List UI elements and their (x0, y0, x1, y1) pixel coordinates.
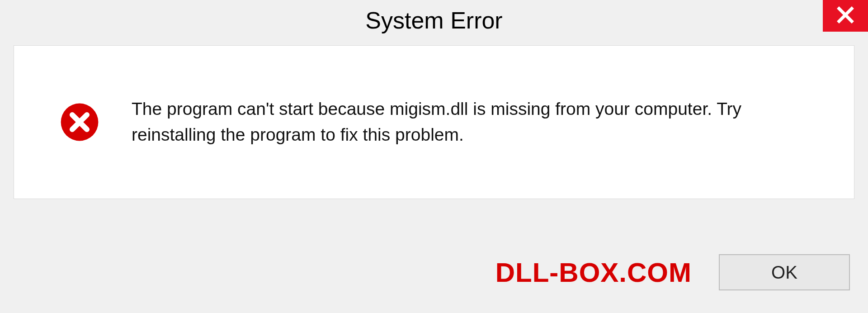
ok-button-label: OK (771, 262, 797, 283)
content-panel: The program can't start because migism.d… (14, 45, 854, 199)
titlebar: System Error (0, 0, 868, 41)
error-message: The program can't start because migism.d… (132, 96, 827, 147)
error-icon (59, 102, 100, 142)
close-button[interactable] (823, 0, 868, 32)
dialog-title: System Error (365, 7, 502, 34)
watermark-text: DLL-BOX.COM (495, 257, 692, 288)
close-icon (836, 6, 854, 26)
dialog-footer: DLL-BOX.COM OK (0, 250, 868, 295)
ok-button[interactable]: OK (719, 254, 850, 290)
